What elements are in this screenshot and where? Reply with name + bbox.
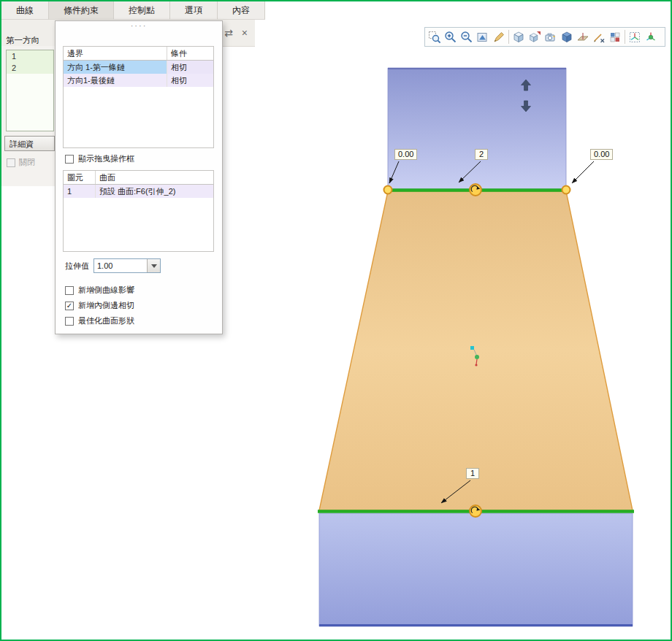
side-curve-label: 新增側曲線影響 <box>78 285 134 296</box>
inner-edge-tangent-label: 新增內側邊相切 <box>78 300 134 311</box>
inner-edge-tangent-checkbox[interactable]: ✓ <box>65 302 74 310</box>
optimize-shape-label: 最佳化曲面形狀 <box>78 315 134 326</box>
entity-column-header[interactable]: 圖元 <box>64 171 96 184</box>
tab-properties[interactable]: 內容 <box>218 1 265 20</box>
table-row[interactable]: 方向 1-第一條鏈 相切 <box>64 61 213 74</box>
boundary-column-header[interactable]: 邊界 <box>64 47 167 60</box>
midpoint-handle-top[interactable] <box>470 184 481 196</box>
closed-checkbox-row: 關閉 <box>7 157 35 168</box>
optimize-shape-checkbox[interactable] <box>65 317 74 326</box>
toolbar-separator <box>625 30 625 44</box>
inner-edge-tangent-checkbox-row: ✓ 新增內側邊相切 <box>65 300 134 311</box>
tab-constraints[interactable]: 條件約束 <box>49 1 114 20</box>
side-curve-checkbox-row: 新增側曲線影響 <box>65 285 134 296</box>
optimize-shape-checkbox-row: 最佳化曲面形狀 <box>65 315 134 326</box>
saved-orientations-icon[interactable] <box>527 29 543 45</box>
chevron-down-icon[interactable] <box>147 259 160 272</box>
orientation-mode-icon[interactable] <box>627 29 643 45</box>
dashboard-tabbar: 曲線 條件約束 控制點 選項 內容 <box>1 1 265 20</box>
render-style-icon[interactable] <box>491 29 507 45</box>
first-direction-label: 第一方向 <box>6 35 39 46</box>
chain-list[interactable]: 1 2 <box>6 50 54 131</box>
stretch-value-label: 拉伸值 <box>65 261 89 272</box>
tab-control-points[interactable]: 控制點 <box>114 1 170 20</box>
dimension-bottom[interactable]: 1 <box>466 468 479 479</box>
show-drag-checkbox-row: 顯示拖曳操作框 <box>65 153 134 164</box>
side-curve-checkbox[interactable] <box>65 286 74 295</box>
boundary-table: 邊界 條件 方向 1-第一條鏈 相切 方向1-最後鏈 相切 <box>63 46 214 148</box>
constraints-panel: ···· 邊界 條件 方向 1-第一條鏈 相切 方向1-最後鏈 相切 顯示拖曳操… <box>55 20 223 334</box>
panel-close-icon[interactable]: × <box>242 27 248 39</box>
move-up-icon[interactable] <box>520 79 532 91</box>
window-settings-icon[interactable] <box>607 29 623 45</box>
graphics-toolbar <box>424 27 665 47</box>
panel-drag-handle[interactable]: ···· <box>56 22 222 29</box>
zoom-in-icon[interactable] <box>443 29 459 45</box>
annotation-display-icon[interactable] <box>591 29 607 45</box>
boundary-blend-surface[interactable] <box>319 191 633 510</box>
closed-checkbox[interactable] <box>7 158 15 167</box>
tab-curve[interactable]: 曲線 <box>1 1 49 20</box>
midpoint-handle-bottom[interactable] <box>470 505 481 517</box>
show-drag-label: 顯示拖曳操作框 <box>78 153 134 164</box>
panel-pin-icon[interactable]: ⇄ <box>224 27 233 39</box>
repaint-icon[interactable] <box>475 29 491 45</box>
dimension-top-right[interactable]: 0.00 <box>590 149 613 160</box>
table-row[interactable]: 1 預設 曲面:F6(引伸_2) <box>64 185 213 198</box>
endpoint-handle-left[interactable] <box>384 186 392 194</box>
standard-orientation-icon[interactable] <box>511 29 527 45</box>
refit-icon[interactable] <box>427 29 443 45</box>
details-button[interactable]: 詳細資 <box>4 136 55 151</box>
bottom-extrude-surface[interactable] <box>319 513 633 626</box>
spin-center-icon[interactable] <box>643 29 659 45</box>
endpoint-handle-right[interactable] <box>562 186 570 194</box>
stretch-value-combo[interactable]: 1.00 <box>93 258 161 273</box>
surface-column-header[interactable]: 曲面 <box>96 171 213 184</box>
chain-list-item[interactable]: 1 <box>7 50 53 62</box>
view-manager-icon[interactable] <box>543 29 559 45</box>
stretch-value-row: 拉伸值 1.00 <box>65 258 161 273</box>
chain-list-item[interactable]: 2 <box>7 62 53 74</box>
condition-column-header[interactable]: 條件 <box>167 47 213 60</box>
dimension-top-left[interactable]: 0.00 <box>394 149 417 160</box>
toolbar-separator <box>508 30 509 44</box>
chain-collector-area: 1 2 詳細資 關閉 <box>1 46 56 186</box>
display-style-icon[interactable] <box>559 29 575 45</box>
table-row[interactable]: 方向1-最後鏈 相切 <box>64 74 213 87</box>
stretch-value-input[interactable]: 1.00 <box>94 259 147 272</box>
reorder-arrows <box>520 79 532 112</box>
tab-options[interactable]: 選項 <box>170 1 218 20</box>
dimension-top-mid[interactable]: 2 <box>475 149 488 160</box>
entity-table: 圖元 曲面 1 預設 曲面:F6(引伸_2) <box>63 170 214 252</box>
closed-checkbox-label: 關閉 <box>19 157 35 168</box>
show-drag-checkbox[interactable] <box>65 155 74 164</box>
top-extrude-surface[interactable] <box>388 68 566 189</box>
datum-display-icon[interactable] <box>575 29 591 45</box>
zoom-out-icon[interactable] <box>459 29 475 45</box>
move-down-icon[interactable] <box>520 100 532 112</box>
